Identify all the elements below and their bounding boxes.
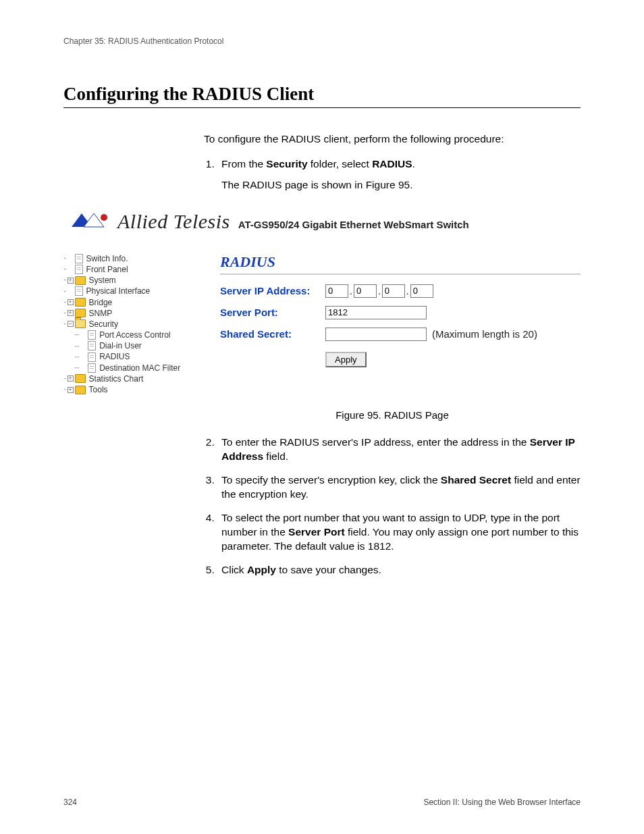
brand-subtitle: AT-GS950/24 Gigabit Ethernet WebSmart Sw… — [238, 219, 469, 230]
page-icon — [88, 341, 96, 350]
label-server-ip: Server IP Address: — [220, 285, 325, 296]
page-title: Configuring the RADIUS Client — [63, 84, 581, 105]
page-icon — [88, 363, 96, 373]
page-icon — [88, 353, 96, 362]
row-server-port: Server Port: — [220, 306, 581, 319]
expand-icon[interactable]: + — [68, 278, 74, 284]
page-icon — [75, 265, 83, 274]
ip-octet-2[interactable] — [354, 284, 377, 298]
row-server-ip: Server IP Address: . . . — [220, 284, 581, 298]
tree-item-label: Destination MAC Filter — [99, 363, 180, 373]
step-2: To enter the RADIUS server's IP address,… — [217, 436, 581, 464]
label-shared-secret: Shared Secret: — [220, 328, 325, 340]
title-rule — [63, 107, 581, 108]
tree-guide-icon: ·· — [63, 254, 66, 263]
expand-icon[interactable]: + — [68, 375, 74, 382]
tree-guide-icon: ·· — [63, 276, 66, 285]
ip-octet-4[interactable] — [410, 284, 433, 298]
intro-text: To configure the RADIUS client, perform … — [204, 132, 581, 147]
label-server-port: Server Port: — [220, 307, 325, 318]
step-1-result: The RADIUS page is shown in Figure 95. — [221, 178, 581, 192]
folder-closed-icon — [75, 298, 86, 307]
tree-guide-icon: ···· — [74, 363, 79, 373]
server-port-input[interactable] — [325, 306, 427, 319]
tree-guide-icon: ·· — [63, 319, 66, 329]
chapter-header: Chapter 35: RADIUS Authentication Protoc… — [63, 36, 581, 46]
panel-rule — [220, 273, 581, 275]
tree-item-label: RADIUS — [99, 351, 130, 362]
tree-item-label: Bridge — [89, 297, 113, 308]
tree-guide-icon: ·· — [63, 265, 66, 274]
step-4: To select the port number that you want … — [217, 511, 581, 554]
tree-item[interactable]: ····RADIUS — [63, 351, 192, 362]
tree-item-label: SNMP — [89, 308, 113, 319]
tree-item-label: Security — [89, 319, 118, 330]
tree-item-label: Dial-in User — [99, 340, 142, 351]
procedure-list-cont: To enter the RADIUS server's IP address,… — [204, 436, 581, 577]
tree-item-label: Front Panel — [86, 264, 128, 275]
tree-item[interactable]: ··−Security — [63, 319, 192, 330]
tree-item[interactable]: ··+Tools — [63, 384, 192, 395]
tree-guide-icon: ·· — [63, 298, 66, 307]
brand-logo-icon — [72, 212, 109, 228]
radius-panel: RADIUS Server IP Address: . . . Server P… — [219, 253, 581, 395]
tree-item[interactable]: ··+Statistics Chart — [63, 373, 192, 384]
shared-secret-hint: (Maximum length is 20) — [432, 328, 537, 340]
tree-guide-icon: ···· — [74, 342, 79, 351]
brand-name: Allied Telesis — [117, 210, 230, 233]
page-icon — [75, 286, 83, 296]
tree-item[interactable]: ··Physical Interface — [63, 286, 192, 296]
tree-item[interactable]: ··+System — [63, 275, 192, 286]
expand-icon[interactable]: + — [68, 299, 74, 305]
tree-guide-icon: ·· — [63, 374, 66, 384]
folder-closed-icon — [75, 374, 86, 383]
apply-button[interactable]: Apply — [325, 352, 367, 367]
step-1: From the Security folder, select RADIUS.… — [217, 157, 581, 192]
page-icon — [88, 330, 96, 340]
tree-item-label: Port Access Control — [99, 330, 170, 340]
tree-guide-icon: ···· — [74, 330, 79, 340]
ip-octet-1[interactable] — [325, 284, 348, 298]
procedure-list: From the Security folder, select RADIUS.… — [204, 157, 581, 192]
step-3: To specify the server's encryption key, … — [217, 473, 581, 502]
ip-octet-3[interactable] — [382, 284, 405, 298]
page-number: 324 — [63, 798, 77, 807]
tree-item[interactable]: ····Destination MAC Filter — [63, 363, 192, 373]
tree-item[interactable]: ··+Bridge — [63, 297, 192, 308]
tree-guide-icon: ·· — [63, 309, 66, 318]
tree-guide-icon: ···· — [74, 353, 79, 362]
tree-item-label: Switch Info. — [86, 253, 128, 264]
tree-item[interactable]: ··Front Panel — [63, 264, 192, 275]
expand-icon[interactable]: + — [68, 387, 74, 393]
shared-secret-input[interactable] — [325, 328, 427, 341]
section-label: Section II: Using the Web Browser Interf… — [423, 798, 581, 807]
page-icon — [75, 254, 83, 263]
panel-title: RADIUS — [220, 253, 581, 271]
expand-icon[interactable]: + — [68, 310, 74, 316]
collapse-icon[interactable]: − — [68, 321, 74, 327]
folder-closed-icon — [75, 309, 86, 317]
folder-closed-icon — [75, 386, 86, 394]
tree-item-label: Physical Interface — [86, 286, 151, 296]
tree-item-label: Tools — [89, 384, 108, 395]
folder-open-icon — [75, 319, 86, 328]
tree-guide-icon: ·· — [63, 385, 66, 394]
nav-tree: ··Switch Info.··Front Panel··+System··Ph… — [63, 253, 192, 395]
tree-item[interactable]: ····Dial-in User — [63, 340, 192, 351]
tree-item[interactable]: ··+SNMP — [63, 308, 192, 319]
figure-screenshot: Allied Telesis AT-GS950/24 Gigabit Ether… — [63, 210, 581, 395]
step-5: Click Apply to save your changes. — [217, 563, 581, 577]
tree-item-label: System — [89, 275, 116, 286]
tree-item[interactable]: ····Port Access Control — [63, 330, 192, 340]
tree-guide-icon: ·· — [63, 287, 66, 296]
row-shared-secret: Shared Secret: (Maximum length is 20) — [220, 328, 581, 341]
figure-caption: Figure 95. RADIUS Page — [204, 409, 581, 422]
tree-item-label: Statistics Chart — [89, 373, 144, 384]
brand-header: Allied Telesis AT-GS950/24 Gigabit Ether… — [63, 210, 581, 233]
tree-item[interactable]: ··Switch Info. — [63, 253, 192, 264]
page-footer: 324 Section II: Using the Web Browser In… — [63, 798, 581, 807]
svg-point-2 — [101, 214, 107, 221]
folder-closed-icon — [75, 276, 86, 285]
